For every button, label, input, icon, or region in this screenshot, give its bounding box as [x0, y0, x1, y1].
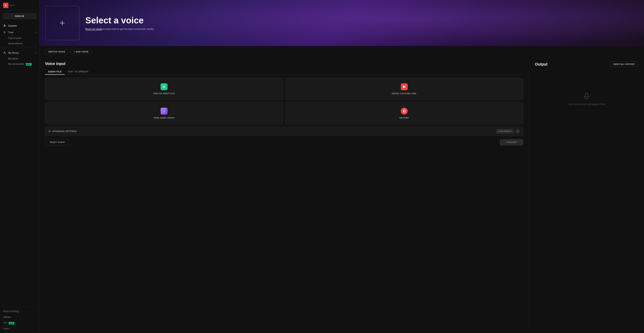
output-panel: Output VIEW FULL HISTORY Your conversion… [529, 62, 638, 329]
sidebar-subitem-my-voices[interactable]: My voices [0, 56, 39, 61]
beta-badge: BETA [10, 4, 15, 6]
record-label: RECORD [400, 117, 409, 119]
output-header: Output VIEW FULL HISTORY [535, 62, 638, 67]
tab-audio-file[interactable]: AUDIO FILE [45, 69, 65, 75]
plus-icon [3, 31, 6, 34]
nav-divider [0, 48, 39, 48]
upload-icon [160, 83, 168, 90]
voice-add-icon: + [60, 18, 65, 28]
action-buttons: RESET AUDIO CONVERT [45, 139, 523, 146]
output-empty-state: Your conversions will appear here [535, 70, 638, 128]
input-option-upload[interactable]: ADD OR DROP FILE [45, 78, 283, 100]
hero-section: + Select a voice Read our guide to learn… [39, 0, 644, 46]
demo-label: FREE DEMO AUDIO [154, 117, 174, 119]
youtube-icon [401, 83, 408, 90]
svg-rect-6 [585, 93, 588, 97]
reset-audio-button[interactable]: RESET AUDIO [45, 139, 70, 146]
sidebar: K BETA SIGN IN Convert [0, 0, 39, 333]
advanced-settings-bar[interactable]: ADVANCED SETTINGS SAVE PRESET + [45, 126, 523, 136]
main-nav: Convert Train ▾ Train a voice Vocal remo… [0, 21, 39, 68]
record-icon [401, 108, 408, 114]
sidebar-item-train-label: Train [8, 31, 33, 34]
sidebar-subitem-my-conversions[interactable]: My conversions NEW [0, 61, 39, 67]
sidebar-link-learn[interactable]: Learn [0, 326, 39, 332]
hero-text: Select a voice Read our guide to learn h… [85, 16, 154, 30]
music-note-icon: ♪ [163, 109, 165, 113]
settings-right: SAVE PRESET + [496, 129, 520, 134]
bottom-divider [0, 307, 39, 307]
guide-link[interactable]: Read our guide [85, 28, 102, 30]
save-preset-button[interactable]: SAVE PRESET [496, 129, 514, 133]
sidebar-header: K BETA [0, 0, 39, 11]
main-content: + Select a voice Read our guide to learn… [39, 0, 644, 333]
input-tab-bar: AUDIO FILE TEXT TO SPEECH [45, 69, 523, 75]
sidebar-item-convert[interactable]: Convert [0, 22, 39, 29]
content-area: Voice input AUDIO FILE TEXT TO SPEECH [39, 58, 644, 333]
hero-title: Select a voice [85, 16, 154, 25]
output-mic-icon [583, 92, 590, 100]
sidebar-item-my-library[interactable]: My library ▾ [0, 50, 39, 56]
input-option-record[interactable]: RECORD [285, 102, 524, 124]
youtube-label: ENTER YOUTUBE LINK [392, 92, 417, 95]
sign-in-button[interactable]: SIGN IN [3, 13, 36, 19]
input-options-grid: ADD OR DROP FILE ENTER YOUTUBE LINK ♪ FR… [45, 78, 523, 124]
gear-icon [48, 130, 51, 132]
add-preset-button[interactable]: + [516, 129, 520, 134]
logo: K BETA [3, 3, 15, 8]
sidebar-bottom: Plans & Pricing Affiliate API NEW Learn [0, 304, 39, 333]
add-voice-button[interactable]: + ADD VOICE [70, 49, 92, 54]
output-title: Output [535, 62, 548, 66]
upload-label: ADD OR DROP FILE [154, 92, 175, 95]
sidebar-item-library-label: My library [8, 51, 33, 54]
convert-button[interactable]: CONVERT [500, 139, 523, 146]
switch-voice-button[interactable]: SWITCH VOICE [45, 49, 68, 54]
record-dot-icon [403, 110, 406, 112]
view-history-button[interactable]: VIEW FULL HISTORY [610, 62, 638, 67]
chevron-down-icon: ▾ [35, 31, 36, 33]
voice-input-title: Voice input [45, 62, 523, 66]
voice-select-box[interactable]: + [45, 6, 80, 40]
settings-left: ADVANCED SETTINGS [48, 130, 77, 132]
sidebar-link-api[interactable]: API NEW [0, 320, 39, 326]
sidebar-item-convert-label: Convert [8, 24, 36, 27]
yt-play-icon [403, 85, 406, 88]
demo-icon: ♪ [160, 108, 168, 114]
hero-subtitle: Read our guide to learn how to get the b… [85, 28, 154, 30]
logo-icon: K [3, 3, 8, 8]
input-option-youtube[interactable]: ENTER YOUTUBE LINK [285, 78, 524, 100]
voice-input-panel: Voice input AUDIO FILE TEXT TO SPEECH [45, 62, 529, 329]
toolbar: SWITCH VOICE + ADD VOICE [39, 46, 644, 58]
sidebar-item-train[interactable]: Train ▾ [0, 29, 39, 36]
sidebar-subitem-vocal-remover[interactable]: Vocal remover [0, 41, 39, 46]
chevron-down-icon-library: ▾ [35, 52, 36, 54]
svg-rect-0 [4, 24, 5, 26]
svg-point-5 [49, 131, 50, 132]
input-option-demo[interactable]: ♪ FREE DEMO AUDIO [45, 102, 283, 124]
new-badge-api: NEW [8, 322, 14, 324]
new-badge-conversions: NEW [26, 63, 32, 66]
tab-text-to-speech[interactable]: TEXT TO SPEECH [65, 69, 92, 75]
person-icon [3, 51, 6, 54]
sidebar-link-plans[interactable]: Plans & Pricing [0, 308, 39, 314]
svg-point-4 [4, 52, 5, 53]
microphone-icon [3, 24, 6, 27]
output-empty-text: Your conversions will appear here [568, 103, 605, 106]
sidebar-link-affiliate[interactable]: Affiliate [0, 314, 39, 320]
sidebar-subitem-train-voice[interactable]: Train a voice [0, 36, 39, 41]
